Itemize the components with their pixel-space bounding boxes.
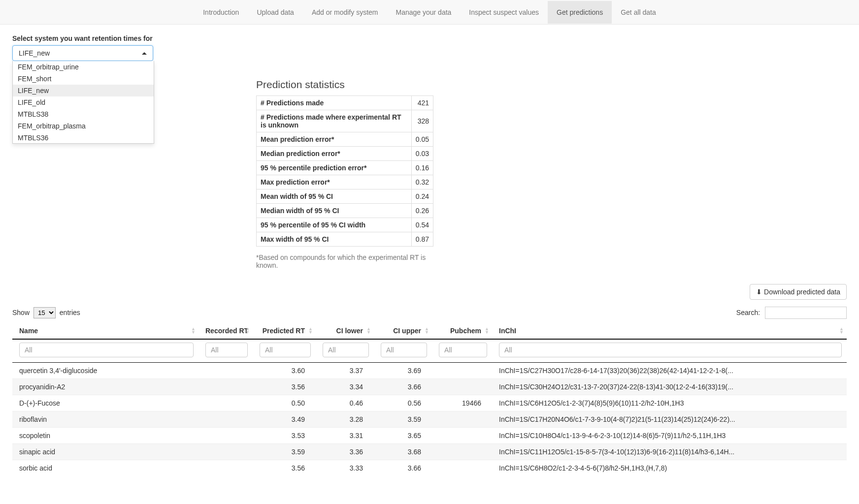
sort-icon: ▲▼: [308, 327, 313, 334]
system-select[interactable]: LIFE_new: [12, 45, 153, 61]
sort-icon: ▲▼: [839, 327, 844, 334]
search-input[interactable]: [765, 307, 847, 319]
cell: 3.68: [374, 444, 432, 460]
stats-row: 95 % percentile prediction error*0.16: [257, 161, 433, 175]
caret-up-icon: [142, 52, 147, 55]
column-header[interactable]: Name▲▼: [12, 323, 198, 339]
table-row: procyanidin-A23.563.343.66InChI=1S/C30H2…: [12, 379, 847, 395]
cell: 3.66: [374, 379, 432, 395]
column-header[interactable]: Recorded RT▲▼: [198, 323, 253, 339]
stats-label: # Predictions made: [257, 96, 412, 110]
cell: sorbic acid: [12, 460, 198, 476]
cell: 0.46: [316, 395, 374, 411]
system-select-dropdown[interactable]: FEM_orbitrap_urineFEM_shortLIFE_newLIFE_…: [12, 61, 154, 144]
nav-tab[interactable]: Upload data: [248, 1, 303, 24]
page-length-select[interactable]: 15: [33, 307, 56, 318]
stats-row: Mean width of 95 % CI0.24: [257, 189, 433, 204]
cell: procyanidin-A2: [12, 379, 198, 395]
column-filter-input[interactable]: [323, 343, 369, 357]
dropdown-option[interactable]: LIFE_old: [13, 96, 154, 108]
cell: scopoletin: [12, 428, 198, 444]
table-row: riboflavin3.493.283.59InChI=1S/C17H20N4O…: [12, 411, 847, 428]
dropdown-option[interactable]: MTBLS38: [13, 108, 154, 120]
download-icon: ⬇: [756, 288, 762, 296]
stats-value: 0.16: [411, 161, 433, 175]
cell: [432, 460, 492, 476]
dropdown-option[interactable]: LIFE_new: [13, 85, 154, 96]
dropdown-option[interactable]: FEM_orbitrap_plasma: [13, 120, 154, 132]
nav-tab[interactable]: Inspect suspect values: [460, 1, 548, 24]
stats-value: 0.03: [411, 147, 433, 161]
nav-tab[interactable]: Introduction: [194, 1, 248, 24]
predictions-table: Name▲▼Recorded RT▲▼Predicted RT▲▼CI lowe…: [12, 323, 847, 476]
cell: quercetin 3,4'-diglucoside: [12, 363, 198, 379]
cell: 3.69: [374, 363, 432, 379]
table-row: sorbic acid3.563.333.66InChI=1S/C6H8O2/c…: [12, 460, 847, 476]
cell: 3.59: [253, 444, 316, 460]
cell: [198, 395, 253, 411]
column-filter-input[interactable]: [260, 343, 311, 357]
stats-row: 95 % percentile of 95 % CI width0.54: [257, 218, 433, 232]
column-filter-input[interactable]: [205, 343, 248, 357]
table-row: D-(+)-Fucose0.500.460.5619466InChI=1S/C6…: [12, 395, 847, 411]
table-row: scopoletin3.533.313.65InChI=1S/C10H8O4/c…: [12, 428, 847, 444]
stats-table: # Predictions made421# Predictions made …: [256, 95, 433, 247]
nav-tab[interactable]: Add or modify system: [303, 1, 387, 24]
download-label: Download predicted data: [764, 288, 840, 296]
cell: 3.28: [316, 411, 374, 428]
column-filter-input[interactable]: [439, 343, 487, 357]
nav-tab[interactable]: Get predictions: [548, 1, 612, 24]
download-button[interactable]: ⬇ Download predicted data: [750, 284, 847, 300]
dropdown-option[interactable]: FEM_orbitrap_urine: [13, 61, 154, 73]
sort-icon: ▲▼: [425, 327, 429, 334]
cell: 3.60: [253, 363, 316, 379]
stats-label: 95 % percentile prediction error*: [257, 161, 412, 175]
stats-label: Median width of 95 % CI: [257, 204, 412, 218]
cell: 3.33: [316, 460, 374, 476]
cell: 0.50: [253, 395, 316, 411]
cell: sinapic acid: [12, 444, 198, 460]
stats-label: Median prediction error*: [257, 147, 412, 161]
cell: 3.49: [253, 411, 316, 428]
column-header[interactable]: CI upper▲▼: [374, 323, 432, 339]
stats-row: Mean prediction error*0.05: [257, 132, 433, 147]
column-header[interactable]: InChI▲▼: [492, 323, 847, 339]
column-filter-input[interactable]: [499, 343, 842, 357]
sort-icon: ▲▼: [485, 327, 489, 334]
cell: 3.53: [253, 428, 316, 444]
stats-label: # Predictions made where experimental RT…: [257, 110, 412, 132]
length-control: Show 15 entries: [12, 307, 80, 318]
column-header[interactable]: Predicted RT▲▼: [253, 323, 316, 339]
system-select-label: Select system you want retention times f…: [12, 34, 847, 42]
cell: InChI=1S/C6H12O5/c1-2-3(7)4(8)5(9)6(10)1…: [492, 395, 847, 411]
cell: D-(+)-Fucose: [12, 395, 198, 411]
stats-value: 421: [411, 96, 433, 110]
column-filter-input[interactable]: [381, 343, 427, 357]
cell: [432, 379, 492, 395]
sort-icon: ▲▼: [366, 327, 371, 334]
nav-tab[interactable]: Manage your data: [387, 1, 461, 24]
dropdown-option[interactable]: MTBLS36: [13, 132, 154, 144]
stats-row: Max prediction error*0.32: [257, 175, 433, 189]
dropdown-option[interactable]: FEM_short: [13, 73, 154, 85]
stats-row: Median prediction error*0.03: [257, 147, 433, 161]
cell: [432, 363, 492, 379]
cell: InChI=1S/C27H30O17/c28-6-14-17(33)20(36)…: [492, 363, 847, 379]
cell: 3.65: [374, 428, 432, 444]
stats-row: Max width of 95 % CI0.87: [257, 232, 433, 247]
stats-label: Max width of 95 % CI: [257, 232, 412, 247]
column-header[interactable]: Pubchem▲▼: [432, 323, 492, 339]
cell: 3.59: [374, 411, 432, 428]
cell: InChI=1S/C11H12O5/c1-15-8-5-7(3-4-10(12)…: [492, 444, 847, 460]
stats-label: Max prediction error*: [257, 175, 412, 189]
stats-label: Mean prediction error*: [257, 132, 412, 147]
cell: [198, 379, 253, 395]
cell: 3.36: [316, 444, 374, 460]
stats-row: # Predictions made421: [257, 96, 433, 110]
stats-value: 0.32: [411, 175, 433, 189]
stats-value: 0.05: [411, 132, 433, 147]
column-header[interactable]: CI lower▲▼: [316, 323, 374, 339]
column-filter-input[interactable]: [19, 343, 194, 357]
cell: InChI=1S/C6H8O2/c1-2-3-4-5-6(7)8/h2-5H,1…: [492, 460, 847, 476]
nav-tab[interactable]: Get all data: [612, 1, 665, 24]
